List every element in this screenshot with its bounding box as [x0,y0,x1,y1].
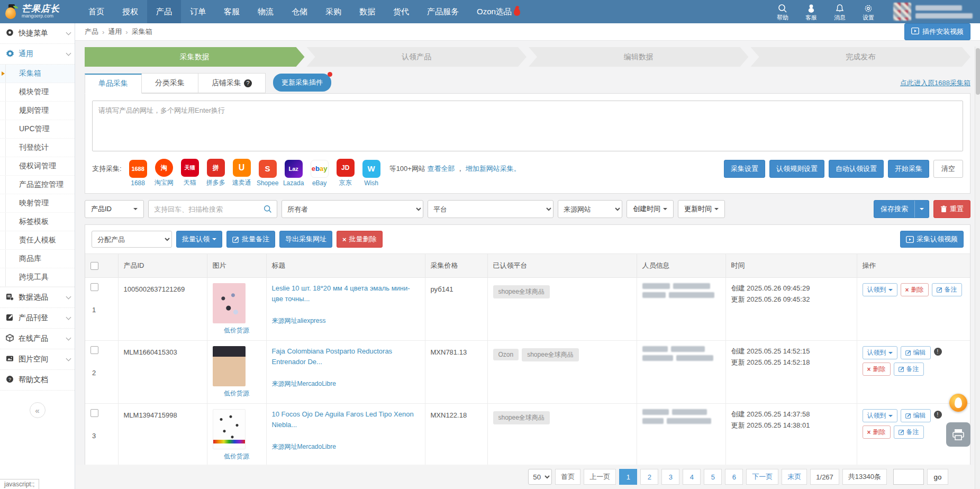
source-site-link[interactable]: 来源网址MercadoLibre [272,442,336,451]
sidebar-item-rule-management[interactable]: 规则管理 [0,102,75,120]
legacy-1688-collection-link[interactable]: 点此进入原1688采集箱 [900,78,970,88]
nav-purchase[interactable]: 采购 [316,0,350,23]
goto-page-button[interactable]: go [927,469,948,485]
platform-taobao[interactable]: 淘 淘宝网 [152,159,176,187]
platform-wish[interactable]: W Wish [359,160,384,187]
low-price-source-link[interactable]: 低价货源 [224,452,249,461]
help-icon[interactable]: ? [244,79,252,87]
platform-shopee[interactable]: S Shopee [256,160,280,187]
nav-products[interactable]: 产品 [147,0,181,23]
info-icon[interactable]: ! [934,348,942,356]
customer-service-button[interactable]: 客服 [797,2,825,22]
bulk-delete-button[interactable]: ×批量删除 [337,231,383,248]
platform-lazada[interactable]: Laz Lazada [282,160,306,187]
row-checkbox[interactable] [90,283,98,291]
source-site-link[interactable]: 来源网址aliexpress [272,316,326,325]
nav-orders[interactable]: 订单 [181,0,215,23]
low-price-source-link[interactable]: 低价货源 [224,389,249,398]
platform-aliexpress[interactable]: U 速卖通 [230,159,254,187]
export-urls-button[interactable]: 导出采集网址 [279,231,332,248]
sidebar-section-general[interactable]: 通用 [0,44,75,65]
select-all-checkbox[interactable] [90,262,98,270]
sidebar-section-help-docs[interactable]: ? 帮助文档 [0,370,75,391]
search-icon[interactable] [264,205,272,213]
collect-settings-button[interactable]: 采集设置 [724,160,765,178]
plugin-install-video-button[interactable]: 插件安装视频 [904,23,970,40]
created-time-filter[interactable]: 创建时间 [627,200,674,218]
search-field-dropdown[interactable]: 产品ID [85,200,144,218]
row-checkbox[interactable] [90,346,98,354]
product-urls-input[interactable] [92,101,963,151]
reset-button[interactable]: 重置 [933,200,970,218]
sidebar-item-label-template[interactable]: 标签模板 [0,213,75,231]
sidebar-item-upc-management[interactable]: UPC管理 [0,120,75,139]
delete-button[interactable]: ×删除 [901,283,929,296]
nav-freight[interactable]: 货代 [384,0,418,23]
source-site-select[interactable]: 来源网站 [558,200,622,218]
view-all-link[interactable]: 查看全部 [428,165,455,173]
assign-product-select[interactable]: 分配产品 [92,231,172,248]
owner-select[interactable]: 所有者 [282,200,423,218]
platform-tmall[interactable]: 天猫 天猫 [178,159,202,187]
save-search-button[interactable]: 保存搜索 [874,200,929,218]
delete-button[interactable]: ×删除 [863,363,891,376]
note-button[interactable]: 备注 [894,425,924,439]
claim-to-button[interactable]: 认领到 [863,346,897,359]
sidebar-item-product-monitoring[interactable]: 产品监控管理 [0,176,75,194]
qq-contact-float-button[interactable] [949,394,967,412]
search-input[interactable] [149,205,264,213]
clear-button[interactable]: 清空 [933,160,963,178]
sidebar-item-collection-box[interactable]: 采集箱 [0,65,75,83]
page-next[interactable]: 下一页 [746,469,778,485]
nav-data[interactable]: 数据 [350,0,384,23]
auto-claim-settings-button[interactable]: 自动认领设置 [829,160,884,178]
updated-time-filter[interactable]: 更新时间 [678,200,725,218]
bulk-claim-button[interactable]: 批量认领 [176,231,222,248]
tab-category-collect[interactable]: 分类采集 [142,73,198,93]
page-5[interactable]: 5 [704,469,722,485]
sidebar-item-listing-stats[interactable]: 刊登统计 [0,139,75,157]
nav-service[interactable]: 客服 [215,0,249,23]
sidebar-section-online-products[interactable]: 在线产品 [0,329,75,349]
page-4[interactable]: 4 [683,469,701,485]
note-button[interactable]: 备注 [932,283,962,296]
sidebar-section-image-space[interactable]: 图片空间 [0,349,75,370]
bulk-note-button[interactable]: 批量备注 [226,231,275,248]
product-title-link[interactable]: Leslie 10 шт. 18*20 мм 4 цвета эмаль мин… [272,283,420,304]
messages-button[interactable]: 消息 [825,2,854,22]
nav-auth[interactable]: 授权 [113,0,147,23]
nav-home[interactable]: 首页 [79,0,113,23]
breadcrumb-general[interactable]: 通用 [108,27,122,37]
note-button[interactable]: 备注 [894,363,924,376]
goto-page-input[interactable] [893,469,924,485]
claim-rules-settings-button[interactable]: 认领规则设置 [769,160,824,178]
sidebar-item-owner-template[interactable]: 责任人模板 [0,231,75,250]
start-collect-button[interactable]: 开始采集 [888,160,929,178]
sidebar-item-product-library[interactable]: 商品库 [0,250,75,268]
add-new-site-link[interactable]: 增加新网站采集。 [466,165,521,173]
platform-1688[interactable]: 1688 1688 [126,160,150,187]
product-image[interactable] [213,409,246,449]
low-price-source-link[interactable]: 低价货源 [224,326,249,335]
nav-warehouse[interactable]: 仓储 [283,0,316,23]
sidebar-section-quick-menu[interactable]: 快捷菜单 [0,23,75,44]
user-account[interactable] [893,3,973,21]
delete-button[interactable]: ×删除 [863,425,891,439]
nav-ozon-picks[interactable]: Ozon选品 [468,0,529,23]
product-image[interactable] [213,283,246,323]
nav-product-services[interactable]: 产品服务 [418,0,468,23]
page-last[interactable]: 末页 [782,469,807,485]
sidebar-item-module-management[interactable]: 模块管理 [0,83,75,102]
platform-pinduoduo[interactable]: 拼 拼多多 [204,159,228,187]
page-6[interactable]: 6 [725,469,743,485]
platform-select[interactable]: 平台 [428,200,553,218]
scrollbar-thumb[interactable] [976,48,980,95]
source-site-link[interactable]: 来源网址MercadoLibre [272,379,336,388]
page-2[interactable]: 2 [640,469,658,485]
page-prev[interactable]: 上一页 [584,469,616,485]
tab-shop-collect[interactable]: 店铺采集 ? [198,73,266,93]
sidebar-section-data-picks[interactable]: 数据选品 [0,287,75,308]
product-image[interactable] [213,346,246,386]
page-size-select[interactable]: 50 [528,469,552,485]
sidebar-collapse-button[interactable]: « [30,402,46,418]
